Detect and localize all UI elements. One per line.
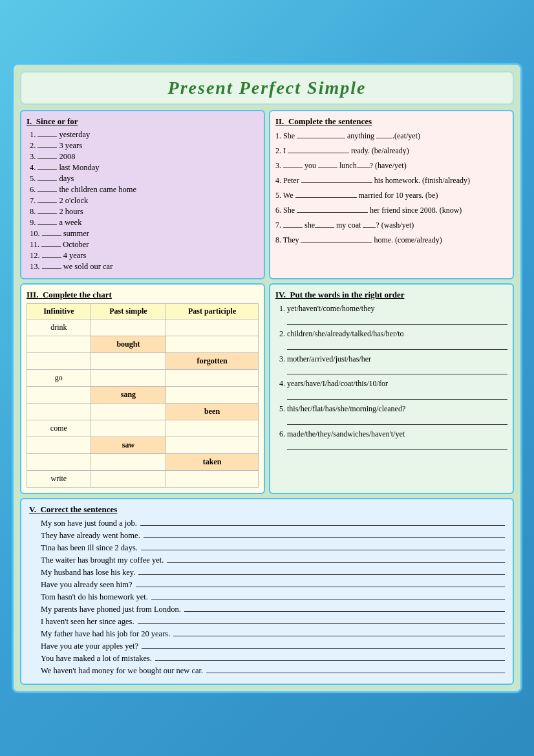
list-item: 7. she my coat ? (wash/yet) [275, 219, 507, 231]
row-2: III. Complete the chart InfinitivePast s… [20, 283, 514, 494]
list-item: 12.4 years [30, 251, 259, 261]
list-item: We haven't had money for we bought our n… [41, 666, 505, 676]
section-word-order: IV. Put the words in the right order yet… [269, 283, 514, 494]
list-item: 2.3 years [30, 141, 259, 151]
table-row: write [27, 471, 259, 488]
section-correct-sentences: V. Correct the sentences My son have jus… [20, 498, 514, 685]
list-item: I haven't seen her since ages. [41, 617, 505, 627]
section-ii-title: II. Complete the sentences [275, 116, 507, 127]
section-chart: III. Complete the chart InfinitivePast s… [20, 283, 265, 494]
table-row: sang [27, 387, 259, 404]
list-item: years/have/I/had/coat/this/10/for [287, 378, 507, 400]
table-row: bought [27, 336, 259, 353]
chart-header: Past participle [166, 304, 259, 319]
section-v-list: My son have just found a job.They have a… [29, 519, 505, 676]
list-item: My parents have phoned just from London. [41, 605, 505, 614]
section-since-or-for: I. Since or for 1.yesterday2.3 years3.20… [20, 110, 265, 279]
table-row: come [27, 420, 259, 437]
list-item: 1. She anything .(eat/yet) [275, 130, 507, 142]
list-item: The waiter has brought my coffee yet. [41, 556, 505, 565]
list-item: My husband has lose his key. [41, 568, 505, 578]
section-ii-list: 1. She anything .(eat/yet)2. I ready. (b… [275, 130, 507, 246]
table-row: forgotten [27, 353, 259, 370]
list-item: children/she/already/talked/has/her/to [287, 329, 507, 350]
chart-header: Infinitive [27, 304, 91, 319]
row-1: I. Since or for 1.yesterday2.3 years3.20… [20, 110, 514, 279]
list-item: yet/haven't/come/home/they [287, 303, 507, 325]
section-i-list: 1.yesterday2.3 years3.20084.last Monday5… [27, 130, 259, 272]
list-item: mother/arrived/just/has/her [287, 354, 507, 375]
list-item: 9.a week [30, 218, 259, 228]
title-box: Present Perfect Simple [20, 71, 514, 105]
list-item: this/her/flat/has/she/morning/cleaned? [287, 404, 507, 425]
list-item: 6. She her friend since 2008. (know) [275, 204, 507, 216]
list-item: 6.the children came home [30, 185, 259, 195]
page: Present Perfect Simple I. Since or for 1… [12, 63, 522, 693]
list-item: You have maked a lot of mistakes. [41, 654, 505, 664]
page-title: Present Perfect Simple [21, 78, 513, 98]
list-item: 8. They home. (come/already) [275, 234, 507, 246]
list-item: 8.2 hours [30, 207, 259, 217]
list-item: 3. you lunch? (have/yet) [275, 160, 507, 171]
table-row: go [27, 370, 259, 387]
list-item: My father have had his job for 20 years. [41, 629, 505, 639]
list-item: 7.2 o'clock [30, 196, 259, 206]
table-row: taken [27, 454, 259, 471]
list-item: 11.October [30, 240, 259, 250]
list-item: 4. Peter his homework. (finish/already) [275, 175, 507, 186]
list-item: My son have just found a job. [41, 519, 505, 528]
list-item: 13.we sold our car [30, 262, 259, 272]
table-row: saw [27, 437, 259, 454]
section-v-title: V. Correct the sentences [29, 504, 505, 515]
list-item: 2. I ready. (be/already) [275, 145, 507, 157]
table-row: drink [27, 319, 259, 336]
table-row: been [27, 404, 259, 420]
section-iii-title: III. Complete the chart [27, 290, 259, 300]
section-i-title: I. Since or for [27, 116, 259, 127]
list-item: 4.last Monday [30, 163, 259, 173]
list-item: 5.days [30, 174, 259, 184]
list-item: 1.yesterday [30, 130, 259, 140]
section-iv-list: yet/haven't/come/home/theychildren/she/a… [275, 303, 507, 450]
list-item: They have already went home. [41, 531, 505, 541]
list-item: 10.summer [30, 229, 259, 239]
list-item: Have you ate your apples yet? [41, 642, 505, 651]
list-item: Tom hasn't do his homework yet. [41, 592, 505, 602]
list-item: 3.2008 [30, 152, 259, 162]
section-iv-title: IV. Put the words in the right order [275, 290, 507, 300]
chart-table: InfinitivePast simplePast participledrin… [27, 303, 259, 488]
list-item: Tina has been ill since 2 days. [41, 543, 505, 553]
list-item: made/the/they/sandwiches/haven't/yet [287, 429, 507, 450]
list-item: 5. We married for 10 years. (be) [275, 189, 507, 201]
chart-header: Past simple [91, 304, 166, 319]
list-item: Have you already seen him? [41, 580, 505, 590]
section-complete-sentences: II. Complete the sentences 1. She anythi… [269, 110, 514, 279]
